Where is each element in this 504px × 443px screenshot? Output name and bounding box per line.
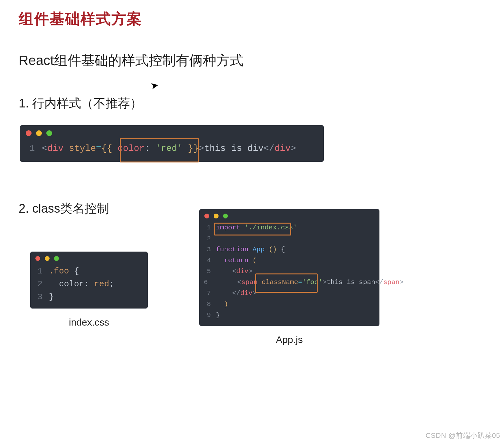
page-title: 组件基础样式方案 [19, 9, 485, 29]
tok: .foo [49, 265, 69, 278]
line-number: 3 [35, 291, 42, 303]
window-controls [199, 209, 379, 221]
tok: import [216, 222, 240, 233]
line-number: 6 [204, 277, 208, 288]
tok: = [298, 277, 302, 288]
tok [248, 255, 253, 266]
section-heading-inline-style: 1. 行内样式（不推荐） [19, 95, 485, 112]
tok: ; [109, 278, 114, 291]
tok [69, 265, 74, 278]
tok: : [145, 141, 155, 156]
line-number: 1 [204, 222, 211, 233]
tok: 'foo' [302, 277, 322, 288]
tok: < [42, 141, 47, 156]
line-number: 9 [204, 310, 211, 321]
caption-app: App.js [276, 334, 303, 345]
tok: > [199, 141, 204, 156]
tok: </ [232, 288, 240, 299]
tok: {{ [101, 141, 117, 156]
code-line: 8 ) [204, 299, 375, 310]
code-line: 5 <div> [204, 266, 375, 277]
code-line: 1 .foo { [35, 265, 143, 278]
tok: < [237, 277, 241, 288]
code-body: 1 .foo { 2 color: red; 3 } [30, 263, 148, 309]
tok: div [275, 141, 291, 156]
tok: > [291, 141, 296, 156]
tok: className [262, 277, 298, 288]
tok [216, 255, 224, 266]
tok [257, 277, 262, 288]
minimize-icon [45, 256, 50, 261]
maximize-icon [46, 130, 52, 136]
tok [216, 299, 224, 310]
tok [240, 222, 245, 233]
code-line: 6 <span className='foo'>this is span</sp… [204, 277, 375, 288]
code-line: 2 color: red; [35, 278, 143, 291]
tok: } [49, 291, 54, 303]
page-subtitle: React组件基础的样式控制有俩种方式 [19, 51, 485, 69]
minimize-icon [214, 214, 219, 218]
tok: ( [269, 244, 273, 255]
tok: color [59, 278, 84, 291]
tok: this is span [327, 277, 375, 288]
code-row: 1 .foo { 2 color: red; 3 } index.css [19, 231, 485, 345]
line-number: 7 [204, 288, 211, 299]
line-number: 4 [204, 255, 211, 266]
tok: = [96, 141, 101, 156]
close-icon [35, 256, 40, 261]
tok: { [281, 244, 285, 255]
tok: </ [375, 277, 383, 288]
tok [277, 244, 281, 255]
tok [248, 244, 253, 255]
tok [213, 277, 238, 288]
code-line: 1 <div style={{ color: 'red' }}>this is … [26, 141, 318, 156]
close-icon [26, 130, 32, 136]
tok: function [216, 244, 248, 255]
tok: return [224, 255, 248, 266]
close-icon [204, 214, 209, 218]
line-number: 1 [35, 265, 42, 278]
tok: : [84, 278, 94, 291]
watermark: CSDN @前端小趴菜05 [425, 431, 500, 440]
code-body: 1 <div style={{ color: 'red' }}>this is … [20, 139, 324, 162]
code-block-css: 1 .foo { 2 color: red; 3 } [30, 252, 148, 309]
tok: './index.css' [244, 222, 297, 233]
window-controls [30, 252, 148, 263]
tok: div [240, 288, 253, 299]
code-line: 2 [204, 233, 375, 244]
line-number: 2 [204, 233, 211, 244]
tok: </ [264, 141, 275, 156]
tok: red [94, 278, 109, 291]
code-line: 4 return ( [204, 255, 375, 266]
tok: style [69, 141, 96, 156]
tok: ) [224, 299, 228, 310]
tok [49, 278, 59, 291]
tok: }} [182, 141, 199, 156]
tok: color [117, 141, 145, 156]
tok [265, 244, 269, 255]
tok [216, 266, 232, 277]
line-number: 2 [35, 278, 42, 291]
code-line: 3 } [35, 291, 143, 303]
tok: > [248, 266, 253, 277]
tok [216, 288, 232, 299]
tok: ) [273, 244, 277, 255]
tok: { [74, 265, 79, 278]
tok: span [383, 277, 399, 288]
line-number: 3 [204, 244, 211, 255]
tok: < [232, 266, 236, 277]
tok: this is div [204, 141, 264, 156]
tok: > [252, 288, 257, 299]
line-number: 8 [204, 299, 211, 310]
tok: span [241, 277, 257, 288]
tok [63, 141, 69, 156]
tok: div [47, 141, 63, 156]
code-line: 3 function App () { [204, 244, 375, 255]
tok: ( [252, 255, 257, 266]
document-page: 组件基础样式方案 React组件基础的样式控制有俩种方式 ➤ 1. 行内样式（不… [0, 0, 504, 443]
column-app: 1 import './index.css' 2 3 function App … [199, 209, 379, 345]
maximize-icon [54, 256, 59, 261]
tok: App [252, 244, 265, 255]
line-number: 1 [26, 141, 35, 156]
code-block-app: 1 import './index.css' 2 3 function App … [199, 209, 379, 326]
